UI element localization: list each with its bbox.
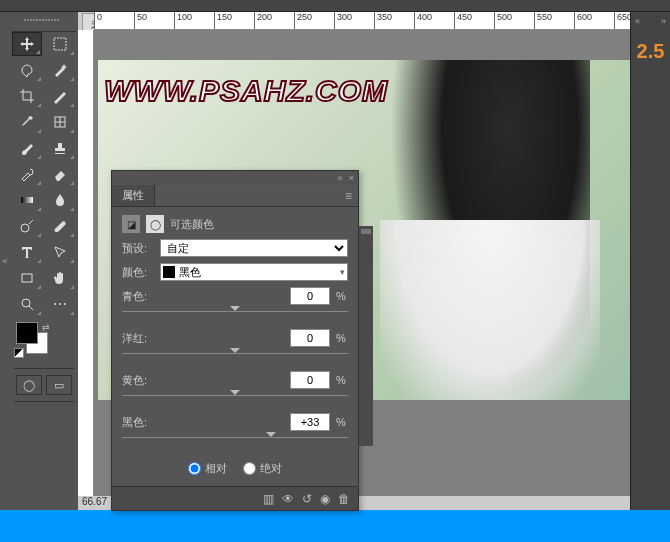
collapse-right-icon[interactable]: » [661, 16, 666, 26]
right-panel-strip: » « 2.5 [630, 12, 670, 510]
svg-rect-2 [21, 197, 33, 203]
color-swatches[interactable]: ⇄ [12, 322, 76, 362]
properties-tab[interactable]: 属性 [112, 185, 155, 206]
svg-point-3 [21, 224, 29, 232]
ruler-horizontal: 0501001502002503003504004505005506006507… [94, 12, 630, 30]
path-tool[interactable] [45, 240, 75, 264]
blur-tool[interactable] [45, 188, 75, 212]
color-select[interactable]: 黑色 ▾ [160, 263, 348, 281]
eyedropper-tool[interactable] [12, 110, 42, 134]
color-label: 颜色: [122, 265, 156, 280]
black-slider[interactable] [122, 433, 348, 447]
cyan-input[interactable] [290, 287, 330, 305]
svg-rect-0 [54, 38, 66, 50]
mask-icon[interactable]: ◯ [146, 215, 164, 233]
mode-radios: 相对 绝对 [122, 455, 348, 482]
screenmode-icon[interactable]: ▭ [46, 375, 72, 395]
photo-dress [380, 220, 600, 400]
gradient-tool[interactable] [12, 188, 42, 212]
left-collapse[interactable]: « [0, 12, 10, 510]
svg-rect-4 [22, 274, 32, 282]
relative-radio[interactable]: 相对 [188, 461, 227, 476]
magenta-label: 洋红: [122, 331, 156, 346]
eraser-tool[interactable] [45, 162, 75, 186]
expand-right-icon[interactable]: « [635, 16, 640, 26]
ruler-vertical [78, 30, 94, 496]
close-panel-icon[interactable]: × [349, 173, 354, 183]
quickmask-icon[interactable]: ◯ [16, 375, 42, 395]
panel-chrome[interactable]: « × [112, 171, 358, 185]
properties-panel: « × 属性 ≡ ◪ ◯ 可选颜色 预设: 自定 颜色: 黑色 ▾ 青色: [111, 170, 359, 511]
dodge-tool[interactable] [12, 214, 42, 238]
magenta-slider[interactable] [122, 349, 348, 363]
clip-icon[interactable]: ▥ [263, 492, 274, 506]
marquee-tool[interactable] [45, 32, 75, 56]
panel-tabs: 属性 ≡ [112, 185, 358, 207]
foreground-swatch[interactable] [16, 322, 38, 344]
toggle-icon[interactable]: ◉ [320, 492, 330, 506]
svg-point-5 [22, 299, 30, 307]
adjustment-name: 可选颜色 [170, 217, 214, 232]
type-tool[interactable] [12, 240, 42, 264]
preset-select[interactable]: 自定 [160, 239, 348, 257]
yellow-label: 黄色: [122, 373, 156, 388]
history-brush-tool[interactable] [12, 162, 42, 186]
default-colors-icon[interactable] [14, 348, 24, 358]
chevron-down-icon: ▾ [340, 267, 345, 277]
rectangle-tool[interactable] [12, 266, 42, 290]
yellow-slider[interactable] [122, 391, 348, 405]
cyan-label: 青色: [122, 289, 156, 304]
panel-body: ◪ ◯ 可选颜色 预设: 自定 颜色: 黑色 ▾ 青色: % 洋红: [112, 207, 358, 486]
brush-tool[interactable] [12, 136, 42, 160]
slice-tool[interactable] [45, 84, 75, 108]
zoom-level[interactable]: 66.67 [82, 496, 107, 507]
reset-icon[interactable]: ↺ [302, 492, 312, 506]
panel-scrollbar[interactable] [359, 226, 373, 446]
collapse-icon[interactable]: « [338, 173, 343, 183]
percent-sign: % [336, 290, 348, 302]
tool-grid: ⋯ [12, 32, 76, 316]
hand-tool[interactable] [45, 266, 75, 290]
cyan-slider[interactable] [122, 307, 348, 321]
move-tool[interactable] [12, 32, 42, 56]
toolbox: ⋯ ⇄ ◯ ▭ [10, 12, 78, 510]
adjustment-icon[interactable]: ◪ [122, 215, 140, 233]
crop-tool[interactable] [12, 84, 42, 108]
trash-icon[interactable]: 🗑 [338, 492, 350, 506]
swap-colors-icon[interactable]: ⇄ [42, 322, 50, 332]
color-value: 黑色 [179, 265, 201, 280]
watermark-text: WWW.PSAHZ.COM [104, 74, 388, 108]
toolbox-grip[interactable] [24, 19, 64, 29]
magic-wand-tool[interactable] [45, 58, 75, 82]
preset-label: 预设: [122, 241, 156, 256]
panel-menu-icon[interactable]: ≡ [339, 189, 358, 203]
zoom-tool[interactable] [12, 292, 42, 316]
patch-tool[interactable] [45, 110, 75, 134]
more-tool[interactable]: ⋯ [45, 292, 75, 316]
yellow-input[interactable] [290, 371, 330, 389]
panel-footer: ▥ 👁 ↺ ◉ 🗑 [112, 486, 358, 510]
app-menubar [0, 0, 670, 12]
black-input[interactable] [290, 413, 330, 431]
lasso-tool[interactable] [12, 58, 42, 82]
absolute-radio[interactable]: 绝对 [243, 461, 282, 476]
stamp-tool[interactable] [45, 136, 75, 160]
visibility-icon[interactable]: 👁 [282, 492, 294, 506]
color-chip-icon [163, 266, 175, 278]
black-label: 黑色: [122, 415, 156, 430]
magenta-input[interactable] [290, 329, 330, 347]
sponge-tool[interactable] [45, 214, 75, 238]
